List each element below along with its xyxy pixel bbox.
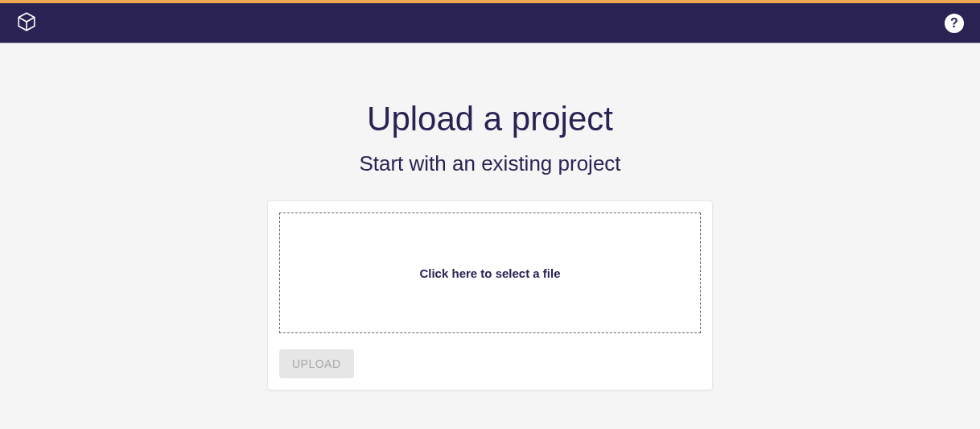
logo[interactable] [16, 11, 37, 35]
help-icon[interactable]: ? [945, 14, 964, 33]
page-title: Upload a project [367, 100, 613, 138]
upload-button[interactable]: UPLOAD [279, 349, 354, 378]
upload-card: Click here to select a file UPLOAD [267, 200, 713, 390]
file-dropzone[interactable]: Click here to select a file [279, 212, 701, 333]
cube-icon [16, 11, 37, 35]
help-symbol: ? [950, 16, 958, 31]
main-content: Upload a project Start with an existing … [0, 43, 980, 390]
page-subtitle: Start with an existing project [359, 151, 620, 176]
dropzone-text: Click here to select a file [419, 266, 560, 280]
header: ? [0, 3, 980, 43]
